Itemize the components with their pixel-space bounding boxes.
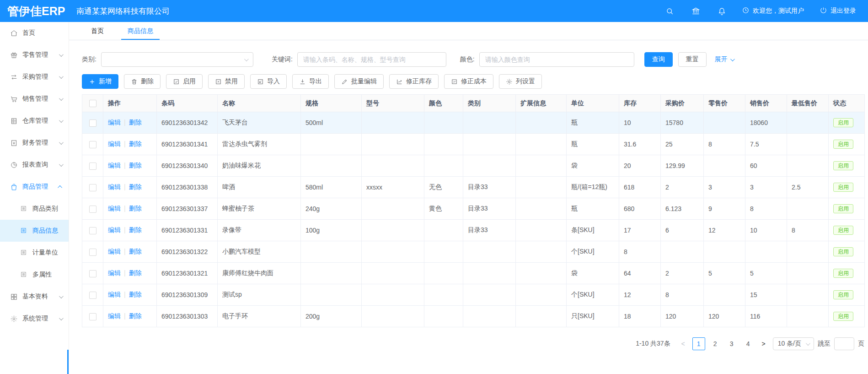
edit-link[interactable]: 编辑 xyxy=(108,119,121,126)
jump-page-input[interactable] xyxy=(834,337,854,350)
delete-link[interactable]: 删除 xyxy=(129,140,142,147)
tab-商品信息[interactable]: 商品信息 xyxy=(121,22,160,40)
sidebar-item-零售管理[interactable]: 零售管理 xyxy=(0,44,69,66)
table-header-row: 操作条码名称规格型号颜色类别扩展信息单位库存采购价零售价销售价最低售价状态 xyxy=(82,95,865,112)
sidebar-subitem-计量单位[interactable]: 计量单位 xyxy=(0,242,69,264)
chevron-down-icon xyxy=(59,162,64,167)
sidebar-item-基本资料[interactable]: 基本资料 xyxy=(0,286,69,308)
cell-min xyxy=(787,155,829,177)
top-bar: 管伊佳ERP 南通某某网络科技有限公司 欢迎您，测试用户 退出登录 xyxy=(0,0,868,22)
sidebar-scrollbar[interactable] xyxy=(67,350,69,374)
sidebar-subitem-商品类别[interactable]: 商品类别 xyxy=(0,198,69,220)
toolbar-button-列设置[interactable]: 列设置 xyxy=(499,74,542,89)
welcome-text: 欢迎您，测试用户 xyxy=(753,7,804,15)
edit-link[interactable]: 编辑 xyxy=(108,205,121,212)
cell-purchase: 2 xyxy=(661,177,704,198)
page-size-select[interactable]: 10 条/页 xyxy=(773,337,814,350)
sidebar-item-采购管理[interactable]: 采购管理 xyxy=(0,66,69,88)
edit-link[interactable]: 编辑 xyxy=(108,162,121,169)
toolbar-button-导入[interactable]: 导入 xyxy=(250,74,287,89)
delete-link[interactable]: 删除 xyxy=(129,205,142,212)
cell-barcode: 6901236301331 xyxy=(157,220,218,241)
bank-icon[interactable] xyxy=(691,7,700,16)
page-number-3[interactable]: 3 xyxy=(725,337,738,350)
prev-page-button[interactable]: < xyxy=(678,340,689,347)
edit-link[interactable]: 编辑 xyxy=(108,291,121,298)
toolbar-button-删除[interactable]: 删除 xyxy=(124,74,161,89)
tab-首页[interactable]: 首页 xyxy=(85,22,110,40)
category-select[interactable] xyxy=(101,52,253,67)
sidebar-item-报表查询[interactable]: 报表查询 xyxy=(0,154,69,176)
color-input[interactable] xyxy=(479,52,634,67)
delete-link[interactable]: 删除 xyxy=(129,119,142,126)
row-checkbox[interactable] xyxy=(89,119,96,127)
delete-link[interactable]: 删除 xyxy=(129,269,142,276)
sidebar-item-系统管理[interactable]: 系统管理 xyxy=(0,308,69,330)
toolbar-button-导出[interactable]: 导出 xyxy=(292,74,329,89)
row-checkbox[interactable] xyxy=(89,270,96,277)
logout-button[interactable]: 退出登录 xyxy=(820,6,856,16)
row-checkbox[interactable] xyxy=(89,227,96,234)
cell-unit: 袋 xyxy=(567,155,619,177)
cell-status: 启用 xyxy=(829,306,865,327)
page-number-2[interactable]: 2 xyxy=(709,337,722,350)
cell-actions: 编辑|删除 xyxy=(103,263,157,284)
row-checkbox[interactable] xyxy=(89,184,96,191)
edit-link[interactable]: 编辑 xyxy=(108,312,121,320)
row-checkbox[interactable] xyxy=(89,292,96,299)
sidebar-item-商品管理[interactable]: 商品管理 xyxy=(0,176,69,198)
toolbar-button-修正成本[interactable]: 修正成本 xyxy=(444,74,493,89)
row-checkbox[interactable] xyxy=(89,313,96,320)
sidebar-subitem-商品信息[interactable]: 商品信息 xyxy=(0,220,69,242)
edit-link[interactable]: 编辑 xyxy=(108,140,121,147)
welcome-user[interactable]: 欢迎您，测试用户 xyxy=(742,6,804,16)
cell-ext xyxy=(516,198,567,220)
delete-link[interactable]: 删除 xyxy=(129,162,142,169)
trash-icon xyxy=(131,78,138,85)
page-number-1[interactable]: 1 xyxy=(692,337,705,350)
sidebar-item-销售管理[interactable]: 销售管理 xyxy=(0,88,69,110)
delete-link[interactable]: 删除 xyxy=(129,312,142,320)
edit-link[interactable]: 编辑 xyxy=(108,226,121,233)
delete-link[interactable]: 删除 xyxy=(129,291,142,298)
select-all-checkbox[interactable] xyxy=(89,100,96,107)
toolbar-button-修正库存[interactable]: 修正库存 xyxy=(389,74,439,89)
delete-link[interactable]: 删除 xyxy=(129,226,142,233)
cell-name: 小鹏汽车模型 xyxy=(218,241,301,263)
toolbar-button-新增[interactable]: 新增 xyxy=(82,74,118,89)
cell-actions: 编辑|删除 xyxy=(103,284,157,306)
edit-link[interactable]: 编辑 xyxy=(108,269,121,276)
cell-spec: 200g xyxy=(301,306,362,327)
delete-link[interactable]: 删除 xyxy=(129,248,142,255)
next-page-button[interactable]: > xyxy=(758,340,769,347)
expand-link[interactable]: 展开 xyxy=(715,55,734,64)
row-checkbox[interactable] xyxy=(89,141,96,148)
keyword-input[interactable] xyxy=(297,52,446,67)
reset-button[interactable]: 重置 xyxy=(678,52,707,67)
sidebar-item-首页[interactable]: 首页 xyxy=(0,22,69,44)
sidebar-subitem-多属性[interactable]: 多属性 xyxy=(0,264,69,286)
row-checkbox[interactable] xyxy=(89,206,96,213)
list-icon xyxy=(20,205,27,212)
cell-color xyxy=(424,155,463,177)
cell-retail xyxy=(704,284,745,306)
toolbar-button-批量编辑[interactable]: 批量编辑 xyxy=(334,74,384,89)
chevron-down-icon xyxy=(59,294,64,298)
page-number-4[interactable]: 4 xyxy=(742,337,755,350)
bell-icon[interactable] xyxy=(718,7,726,16)
cell-stock: 64 xyxy=(619,263,661,284)
edit-link[interactable]: 编辑 xyxy=(108,248,121,255)
cell-stock: 31.6 xyxy=(619,134,661,155)
toolbar-button-禁用[interactable]: 禁用 xyxy=(208,74,245,89)
edit-link[interactable]: 编辑 xyxy=(108,183,121,190)
search-icon[interactable] xyxy=(665,7,674,16)
cell-stock: 20 xyxy=(619,155,661,177)
sidebar-item-仓库管理[interactable]: 仓库管理 xyxy=(0,110,69,132)
sidebar-item-财务管理[interactable]: 财务管理 xyxy=(0,132,69,154)
toolbar-button-启用[interactable]: 启用 xyxy=(166,74,203,89)
delete-link[interactable]: 删除 xyxy=(129,183,142,190)
search-button[interactable]: 查询 xyxy=(644,52,673,67)
cell-spec: 240g xyxy=(301,198,362,220)
row-checkbox[interactable] xyxy=(89,163,96,170)
row-checkbox[interactable] xyxy=(89,249,96,256)
